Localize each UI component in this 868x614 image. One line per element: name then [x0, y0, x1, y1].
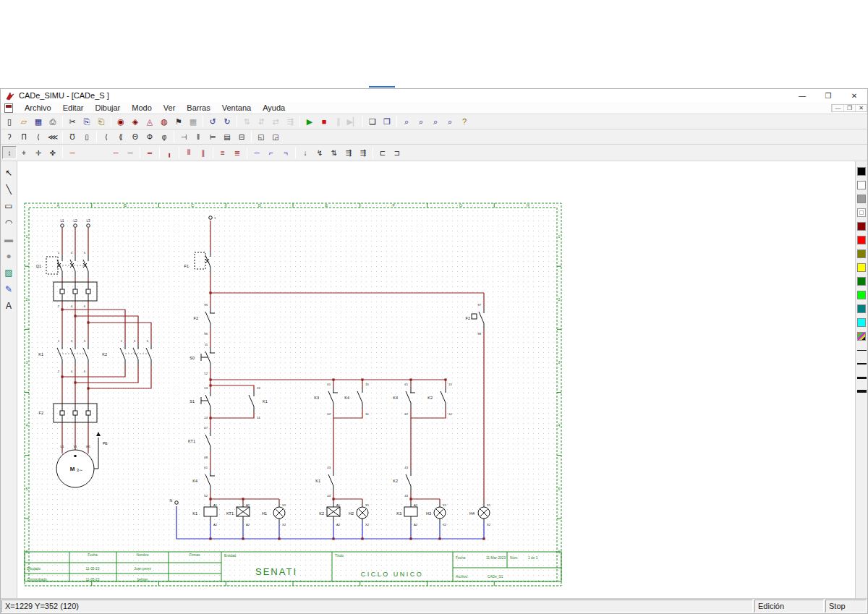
menu-ayuda[interactable]: Ayuda: [257, 103, 291, 113]
color-swatch-9[interactable]: [857, 291, 866, 299]
undo-icon[interactable]: ↺: [205, 115, 220, 128]
comp-coil-icon[interactable]: Φ: [142, 130, 157, 143]
comp-contact-no-icon[interactable]: ⟨: [99, 130, 114, 143]
redo-icon[interactable]: ↻: [220, 115, 234, 128]
paste-icon[interactable]: ⎗: [94, 115, 109, 128]
color-swatch-2[interactable]: [857, 195, 866, 203]
line-width-1[interactable]: [857, 346, 867, 354]
mdi-restore-button[interactable]: ❐: [843, 105, 855, 111]
zoom-in-icon[interactable]: ⌕: [414, 115, 428, 128]
mdi-close-button[interactable]: ✕: [855, 105, 867, 111]
wire-dash2-icon[interactable]: ─: [123, 146, 137, 159]
rect-tool[interactable]: ▭: [2, 199, 16, 213]
wire-bus3-icon[interactable]: ≡: [216, 146, 230, 159]
order-2-icon[interactable]: ⇵: [254, 115, 268, 128]
color-swatch-12[interactable]: [857, 332, 866, 341]
wire-blue-h-icon[interactable]: ─: [250, 146, 264, 159]
menu-modo[interactable]: Modo: [126, 103, 158, 113]
wire-vshort-icon[interactable]: ╻: [162, 146, 176, 159]
wire-bus2-icon[interactable]: ≣: [230, 146, 244, 159]
wire-drop2-icon[interactable]: ↯: [312, 146, 327, 159]
grid-icon[interactable]: ▦: [186, 115, 200, 128]
filled-rect-tool[interactable]: ▬: [2, 232, 16, 246]
cut-icon[interactable]: ✂: [65, 115, 80, 128]
wire-bracket2-icon[interactable]: ⊐: [390, 146, 404, 159]
line-width-2[interactable]: [857, 359, 867, 368]
comp-plc-icon[interactable]: ⊨: [205, 130, 220, 143]
comp-logic1-icon[interactable]: ◱: [254, 130, 268, 143]
wire-bold-icon[interactable]: ━: [142, 146, 157, 159]
wire-bracket1-icon[interactable]: ⊏: [375, 146, 390, 159]
color-swatch-4[interactable]: [857, 222, 866, 231]
wire-2phase-icon[interactable]: ∥: [196, 146, 210, 159]
select-window-icon[interactable]: ❏: [365, 115, 380, 128]
comp-box-icon[interactable]: ▯: [80, 130, 94, 143]
wire-dash1-icon[interactable]: ─: [109, 146, 123, 159]
order-3-icon[interactable]: ⇄: [268, 115, 283, 128]
restore-button[interactable]: ❐: [815, 92, 841, 100]
copy-icon[interactable]: ⎘: [80, 115, 94, 128]
wire-blue-corner1-icon[interactable]: ⌐: [264, 146, 278, 159]
comp-breaker-icon[interactable]: Π: [17, 130, 31, 143]
wire-multi2-icon[interactable]: ⇶: [356, 146, 370, 159]
brush-tool[interactable]: ✎: [2, 282, 16, 296]
menu-archivo[interactable]: Archivo: [19, 103, 57, 113]
wire-blue-corner2-icon[interactable]: ¬: [278, 146, 293, 159]
line-width-3[interactable]: [857, 373, 867, 382]
wire-multi1-icon[interactable]: ⇶: [341, 146, 356, 159]
zoom-window-icon[interactable]: ⌕: [428, 115, 443, 128]
comp-switch3-icon[interactable]: ⋘: [46, 130, 60, 143]
spray-tool[interactable]: ▨: [2, 265, 16, 279]
color-swatch-6[interactable]: [857, 250, 866, 258]
comp-logic2-icon[interactable]: ◲: [268, 130, 283, 143]
color-swatch-0[interactable]: [857, 167, 866, 176]
comp-motor-icon[interactable]: Ʊ: [65, 130, 80, 143]
filled-circle-tool[interactable]: ●: [2, 249, 16, 263]
zoom-out-icon[interactable]: ⌕: [399, 115, 414, 128]
new-icon[interactable]: ▯: [2, 115, 17, 128]
edit-symbol-icon[interactable]: ◈: [128, 115, 142, 128]
minimize-button[interactable]: —: [789, 92, 815, 100]
open-icon[interactable]: ▱: [17, 115, 31, 128]
comp-block-icon[interactable]: ▤: [220, 130, 234, 143]
wire-3phase-icon[interactable]: ⫴: [182, 146, 196, 159]
zoom-all-icon[interactable]: ⌕: [443, 115, 457, 128]
pan-window-icon[interactable]: ❐: [380, 115, 394, 128]
order-1-icon[interactable]: ⇅: [239, 115, 254, 128]
menu-ventana[interactable]: Ventana: [216, 103, 257, 113]
pointer-tool[interactable]: ↖: [2, 166, 16, 179]
step-icon[interactable]: ▶▏: [346, 115, 360, 128]
line-tool[interactable]: ╲: [2, 182, 16, 196]
color-swatch-10[interactable]: [857, 304, 866, 313]
order-4-icon[interactable]: ⇶: [283, 115, 297, 128]
mdi-minimize-button[interactable]: —: [832, 105, 843, 111]
flag-icon[interactable]: ⚑: [171, 115, 186, 128]
comp-wire3-icon[interactable]: ‖: [191, 130, 205, 143]
color-swatch-1[interactable]: [857, 181, 866, 189]
drawing-canvas[interactable]: ABCDEFGH112233445566FechaNombreFirmasEnt…: [17, 161, 855, 598]
comp-contact-nc-icon[interactable]: ⟪: [114, 130, 128, 143]
comp-detector-icon[interactable]: Θ: [128, 130, 142, 143]
menu-barras[interactable]: Barras: [181, 103, 216, 113]
menu-dibujar[interactable]: Dibujar: [89, 103, 126, 113]
arc-tool[interactable]: ◠: [2, 216, 16, 229]
color-swatch-3[interactable]: [857, 208, 866, 217]
rotate-symbol-icon[interactable]: ◬: [142, 115, 157, 128]
stop-icon[interactable]: ■: [317, 115, 331, 128]
wire-node2-icon[interactable]: ✛: [31, 146, 46, 159]
comp-cable-icon[interactable]: ⊟: [234, 130, 249, 143]
schematic-canvas[interactable]: ABCDEFGH112233445566FechaNombreFirmasEnt…: [17, 161, 855, 598]
help-icon[interactable]: ?: [457, 115, 472, 128]
color-swatch-8[interactable]: [857, 277, 866, 286]
run-icon[interactable]: ▶: [302, 115, 317, 128]
print-icon[interactable]: ⎙: [46, 115, 60, 128]
text-tool[interactable]: A: [2, 299, 16, 312]
close-button[interactable]: ✕: [841, 92, 867, 100]
color-swatch-7[interactable]: [857, 263, 866, 272]
save-icon[interactable]: ▦: [31, 115, 46, 128]
menu-editar[interactable]: Editar: [57, 103, 90, 113]
line-width-4[interactable]: [857, 387, 867, 396]
pause-icon[interactable]: ∥: [331, 115, 346, 128]
comp-disconnect-icon[interactable]: ⟨: [31, 130, 46, 143]
comp-terminal-icon[interactable]: ⊣: [176, 130, 191, 143]
